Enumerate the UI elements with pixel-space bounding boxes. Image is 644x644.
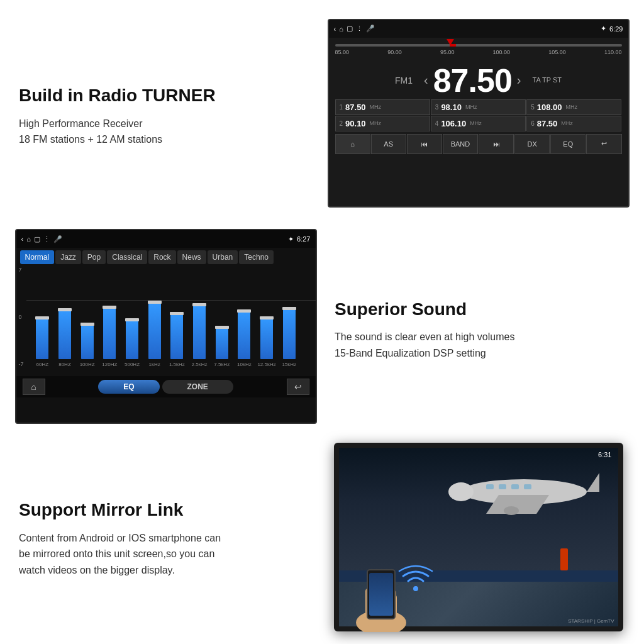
mirror-time-overlay: 6:31 — [598, 451, 611, 458]
radio-right-icons: ✦ 6:29 — [601, 25, 623, 33]
eq-screen-section: ‹ ⌂ ▢ ⋮ 🎤 ✦ 6:27 Normal Jazz Pop Classic… — [6, 220, 322, 434]
eq-label-80hz: 80HZ — [58, 362, 71, 367]
eq-footer-center: EQ ZONE — [98, 380, 233, 394]
eq-band-12_5khz[interactable]: 12.5kHz — [257, 279, 277, 367]
mic-icon[interactable]: 🎤 — [366, 25, 375, 33]
freq-label-1: 85.00 — [335, 49, 350, 55]
eq-label-n7: -7 — [19, 361, 24, 367]
svg-marker-1 — [587, 473, 599, 492]
sound-title: Superior Sound — [335, 299, 625, 320]
eq-bar-2_5khz — [193, 305, 206, 359]
eq-band-10khz[interactable]: 10kHz — [235, 279, 255, 367]
dx-btn[interactable]: DX — [514, 134, 550, 154]
radio-frequency: 87.50 — [433, 62, 512, 99]
eq-bar-80hz — [58, 310, 71, 359]
eq-band-500hz[interactable]: 500HZ — [122, 279, 142, 367]
preset-classical[interactable]: Classical — [107, 250, 147, 264]
eq-bar-1khz — [148, 303, 161, 359]
radio-presets: 1 87.50 MHz 3 98.10 MHz 5 108.00 MHz 2 9… — [329, 99, 628, 131]
eq-bar-12_5khz — [260, 318, 273, 359]
eq-status-icons-right: ✦ 6:27 — [288, 235, 310, 243]
home-icon[interactable]: ⌂ — [339, 25, 343, 33]
eq-label-15khz: 15kHz — [282, 362, 296, 367]
preset-rock[interactable]: Rock — [148, 250, 175, 264]
as-btn[interactable]: AS — [371, 134, 406, 154]
radio-body: High Performance Receiver 18 FM stations… — [19, 116, 309, 148]
preset-6[interactable]: 6 87.50 MHz — [526, 116, 621, 131]
eq-band-60hz[interactable]: 60HZ — [33, 279, 53, 367]
square-icon[interactable]: ▢ — [347, 25, 353, 33]
radio-controls: ⌂ AS ⏮ BAND ⏭ DX EQ ↩ — [329, 134, 628, 154]
mirror-body-line3: watch videos on the bigger display. — [19, 562, 309, 579]
preset-2[interactable]: 2 90.10 MHz — [335, 116, 430, 131]
mirror-title: Support Mirror Link — [19, 499, 309, 521]
eq-bands: 60HZ 80HZ 100HZ 120HZ — [20, 273, 312, 374]
radio-band: FM1 — [395, 75, 413, 86]
eq-band-120hz[interactable]: 120HZ — [100, 279, 120, 367]
mirror-body: Content from Android or IOS smartphone c… — [19, 530, 309, 579]
preset-news[interactable]: News — [177, 250, 206, 264]
eq-home-icon[interactable]: ⌂ — [26, 235, 31, 243]
eq-bar-120hz — [103, 308, 116, 359]
eq-square-icon[interactable]: ▢ — [34, 235, 40, 243]
next-btn[interactable]: ⏭ — [479, 134, 514, 154]
eq-screen: ‹ ⌂ ▢ ⋮ 🎤 ✦ 6:27 Normal Jazz Pop Classic… — [15, 229, 317, 424]
radio-title: Build in Radio TURNER — [19, 85, 309, 106]
freq-label-5: 105.00 — [548, 49, 566, 55]
preset-3[interactable]: 3 98.10 MHz — [431, 99, 526, 115]
preset-pop[interactable]: Pop — [82, 250, 106, 264]
eq-back-icon[interactable]: ‹ — [21, 235, 24, 243]
sound-body: The sound is clear even at high volumes … — [335, 329, 625, 361]
home-control-btn[interactable]: ⌂ — [335, 134, 370, 154]
eq-band-1khz[interactable]: 1kHz — [145, 279, 165, 367]
preset-4[interactable]: 4 106.10 MHz — [431, 116, 526, 131]
eq-mic-icon[interactable]: 🎤 — [53, 235, 62, 243]
menu-icon[interactable]: ⋮ — [356, 25, 363, 33]
eq-menu-icon[interactable]: ⋮ — [43, 235, 50, 243]
eq-main-btn[interactable]: EQ — [98, 380, 159, 394]
freq-label-2: 90.00 — [387, 49, 402, 55]
eq-label-120hz: 120HZ — [102, 362, 117, 367]
eq-band-2_5khz[interactable]: 2.5kHz — [189, 279, 209, 367]
radio-freq-slider[interactable]: 85.00 90.00 95.00 100.00 105.00 110.00 — [329, 38, 628, 62]
preset-1[interactable]: 1 87.50 MHz — [335, 99, 430, 115]
sound-text-section: Superior Sound The sound is clear even a… — [322, 220, 638, 434]
eq-band-15khz[interactable]: 15kHz — [279, 279, 299, 367]
prev-btn[interactable]: ⏮ — [407, 134, 442, 154]
eq-home-btn[interactable]: ⌂ — [23, 379, 45, 395]
eq-bar-100hz — [81, 325, 94, 359]
band-btn[interactable]: BAND — [443, 134, 478, 154]
eq-band-100hz[interactable]: 100HZ — [77, 279, 97, 367]
right-arrow[interactable]: › — [517, 73, 521, 87]
eq-label-2_5khz: 2.5kHz — [192, 362, 208, 367]
preset-techno[interactable]: Techno — [239, 250, 274, 264]
eq-control-btn[interactable]: EQ — [550, 134, 586, 154]
back-icon[interactable]: ‹ — [334, 25, 336, 33]
eq-statusbar: ‹ ⌂ ▢ ⋮ 🎤 ✦ 6:27 — [16, 230, 316, 248]
svg-point-8 — [504, 506, 519, 515]
mirror-body-line1: Content from Android or IOS smartphone c… — [19, 530, 309, 547]
eq-back-btn[interactable]: ↩ — [287, 379, 309, 395]
svg-rect-7 — [524, 484, 531, 489]
preset-urban[interactable]: Urban — [208, 250, 238, 264]
eq-label-10khz: 10kHz — [237, 362, 252, 367]
preset-jazz[interactable]: Jazz — [55, 250, 81, 264]
eq-bar-7_5khz — [216, 328, 228, 359]
eq-bar-15khz — [283, 309, 296, 359]
radio-time: 6:29 — [609, 25, 623, 33]
phone-device — [367, 569, 396, 619]
radio-status-icons: ‹ ⌂ ▢ ⋮ 🎤 — [334, 25, 375, 33]
eq-label-1_5khz: 1.5kHz — [169, 362, 185, 367]
zone-btn[interactable]: ZONE — [162, 380, 233, 394]
left-arrow[interactable]: ‹ — [424, 73, 428, 87]
eq-label-7: 7 — [19, 267, 24, 273]
back-control-btn[interactable]: ↩ — [586, 134, 621, 154]
preset-5[interactable]: 5 108.00 MHz — [526, 99, 621, 115]
eq-band-1_5khz[interactable]: 1.5kHz — [167, 279, 187, 367]
slider-track — [335, 44, 622, 47]
eq-band-7_5khz[interactable]: 7.5kHz — [212, 279, 232, 367]
preset-normal[interactable]: Normal — [20, 250, 55, 264]
eq-band-80hz[interactable]: 80HZ — [55, 279, 75, 367]
radio-main-display: FM1 ‹ 87.50 › TA TP ST — [329, 62, 628, 99]
eq-y-labels: 7 0 -7 — [18, 267, 26, 367]
